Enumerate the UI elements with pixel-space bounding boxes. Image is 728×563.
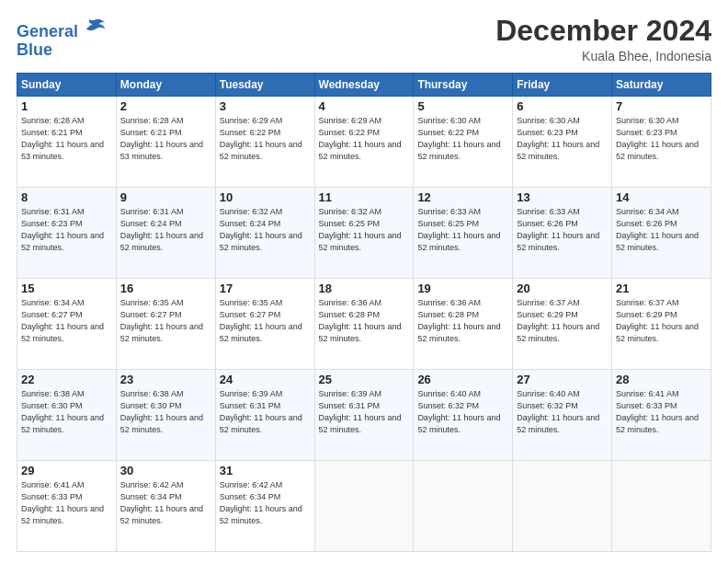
day-number: 25	[319, 373, 410, 386]
month-title: December 2024	[495, 15, 711, 47]
calendar-day-cell: 29 Sunrise: 6:41 AMSunset: 6:33 PMDaylig…	[17, 461, 117, 552]
day-info: Sunrise: 6:30 AMSunset: 6:22 PMDaylight:…	[417, 115, 508, 163]
day-info: Sunrise: 6:40 AMSunset: 6:32 PMDaylight:…	[517, 388, 608, 436]
calendar-day-cell	[513, 461, 612, 552]
page: General Blue December 2024 Kuala Bhee, I…	[0, 0, 728, 563]
calendar-day-cell: 30 Sunrise: 6:42 AMSunset: 6:34 PMDaylig…	[116, 461, 215, 552]
calendar-header-cell: Tuesday	[215, 74, 314, 97]
day-number: 13	[517, 190, 608, 204]
calendar-header-cell: Wednesday	[314, 74, 414, 97]
header: General Blue December 2024 Kuala Bhee, I…	[17, 15, 711, 63]
calendar-day-cell: 18 Sunrise: 6:36 AMSunset: 6:28 PMDaylig…	[314, 279, 414, 370]
calendar-day-cell: 21 Sunrise: 6:37 AMSunset: 6:29 PMDaylig…	[612, 279, 711, 370]
day-info: Sunrise: 6:35 AMSunset: 6:27 PMDaylight:…	[120, 297, 211, 345]
day-info: Sunrise: 6:34 AMSunset: 6:27 PMDaylight:…	[21, 297, 112, 345]
day-info: Sunrise: 6:28 AMSunset: 6:21 PMDaylight:…	[120, 115, 211, 163]
calendar-day-cell: 28 Sunrise: 6:41 AMSunset: 6:33 PMDaylig…	[612, 370, 711, 461]
day-info: Sunrise: 6:28 AMSunset: 6:21 PMDaylight:…	[21, 115, 112, 163]
day-number: 19	[417, 282, 508, 295]
day-number: 30	[120, 464, 211, 477]
calendar-day-cell: 16 Sunrise: 6:35 AMSunset: 6:27 PMDaylig…	[116, 279, 215, 370]
calendar-table: SundayMondayTuesdayWednesdayThursdayFrid…	[17, 73, 711, 552]
day-number: 21	[616, 282, 707, 295]
logo-blue: Blue	[17, 41, 107, 58]
day-number: 4	[319, 99, 410, 113]
day-number: 10	[220, 190, 311, 204]
calendar-day-cell: 6 Sunrise: 6:30 AMSunset: 6:23 PMDayligh…	[513, 97, 612, 188]
calendar-day-cell: 8 Sunrise: 6:31 AMSunset: 6:23 PMDayligh…	[17, 188, 117, 279]
calendar-day-cell: 11 Sunrise: 6:32 AMSunset: 6:25 PMDaylig…	[314, 188, 414, 279]
day-info: Sunrise: 6:29 AMSunset: 6:22 PMDaylight:…	[220, 115, 311, 163]
calendar-day-cell: 10 Sunrise: 6:32 AMSunset: 6:24 PMDaylig…	[215, 188, 314, 279]
calendar-week-row: 22 Sunrise: 6:38 AMSunset: 6:30 PMDaylig…	[17, 370, 711, 461]
calendar-week-row: 8 Sunrise: 6:31 AMSunset: 6:23 PMDayligh…	[17, 188, 711, 279]
calendar-day-cell	[612, 461, 711, 552]
day-number: 22	[21, 373, 112, 386]
day-number: 24	[220, 373, 311, 386]
day-info: Sunrise: 6:35 AMSunset: 6:27 PMDaylight:…	[220, 297, 311, 345]
calendar-week-row: 1 Sunrise: 6:28 AMSunset: 6:21 PMDayligh…	[17, 97, 711, 188]
logo-icon	[85, 15, 107, 37]
calendar-day-cell: 26 Sunrise: 6:40 AMSunset: 6:32 PMDaylig…	[414, 370, 513, 461]
day-number: 18	[319, 282, 410, 295]
day-info: Sunrise: 6:29 AMSunset: 6:22 PMDaylight:…	[319, 115, 410, 163]
day-info: Sunrise: 6:40 AMSunset: 6:32 PMDaylight:…	[417, 388, 508, 436]
calendar-day-cell: 9 Sunrise: 6:31 AMSunset: 6:24 PMDayligh…	[116, 188, 215, 279]
calendar-header-cell: Monday	[116, 74, 215, 97]
day-info: Sunrise: 6:41 AMSunset: 6:33 PMDaylight:…	[616, 388, 707, 436]
day-info: Sunrise: 6:36 AMSunset: 6:28 PMDaylight:…	[319, 297, 410, 345]
calendar-day-cell: 27 Sunrise: 6:40 AMSunset: 6:32 PMDaylig…	[513, 370, 612, 461]
day-number: 17	[220, 282, 311, 295]
logo-text: General	[17, 15, 107, 41]
day-info: Sunrise: 6:38 AMSunset: 6:30 PMDaylight:…	[120, 388, 211, 436]
calendar-week-row: 15 Sunrise: 6:34 AMSunset: 6:27 PMDaylig…	[17, 279, 711, 370]
day-info: Sunrise: 6:41 AMSunset: 6:33 PMDaylight:…	[21, 479, 112, 527]
day-info: Sunrise: 6:42 AMSunset: 6:34 PMDaylight:…	[120, 479, 211, 527]
calendar-day-cell: 2 Sunrise: 6:28 AMSunset: 6:21 PMDayligh…	[116, 97, 215, 188]
day-number: 27	[517, 373, 608, 386]
calendar-day-cell: 1 Sunrise: 6:28 AMSunset: 6:21 PMDayligh…	[17, 97, 117, 188]
day-number: 23	[120, 373, 211, 386]
day-info: Sunrise: 6:39 AMSunset: 6:31 PMDaylight:…	[220, 388, 311, 436]
day-number: 14	[616, 190, 707, 204]
day-info: Sunrise: 6:36 AMSunset: 6:28 PMDaylight:…	[417, 297, 508, 345]
day-number: 8	[21, 190, 112, 204]
day-number: 29	[21, 464, 112, 477]
day-number: 2	[120, 99, 211, 113]
day-info: Sunrise: 6:30 AMSunset: 6:23 PMDaylight:…	[616, 115, 707, 163]
day-number: 12	[417, 190, 508, 204]
calendar-body: 1 Sunrise: 6:28 AMSunset: 6:21 PMDayligh…	[17, 97, 711, 552]
title-area: December 2024 Kuala Bhee, Indonesia	[495, 15, 711, 63]
day-number: 16	[120, 282, 211, 295]
day-number: 20	[517, 282, 608, 295]
day-info: Sunrise: 6:31 AMSunset: 6:23 PMDaylight:…	[21, 206, 112, 254]
day-info: Sunrise: 6:42 AMSunset: 6:34 PMDaylight:…	[220, 479, 311, 527]
day-info: Sunrise: 6:32 AMSunset: 6:24 PMDaylight:…	[220, 206, 311, 254]
day-info: Sunrise: 6:30 AMSunset: 6:23 PMDaylight:…	[517, 115, 608, 163]
day-number: 11	[319, 190, 410, 204]
day-number: 31	[220, 464, 311, 477]
calendar-day-cell: 7 Sunrise: 6:30 AMSunset: 6:23 PMDayligh…	[612, 97, 711, 188]
calendar-day-cell: 15 Sunrise: 6:34 AMSunset: 6:27 PMDaylig…	[17, 279, 117, 370]
calendar-header-cell: Friday	[513, 74, 612, 97]
calendar-day-cell: 22 Sunrise: 6:38 AMSunset: 6:30 PMDaylig…	[17, 370, 117, 461]
calendar-day-cell	[314, 461, 414, 552]
calendar-day-cell: 5 Sunrise: 6:30 AMSunset: 6:22 PMDayligh…	[414, 97, 513, 188]
day-number: 5	[417, 99, 508, 113]
day-info: Sunrise: 6:34 AMSunset: 6:26 PMDaylight:…	[616, 206, 707, 254]
calendar-day-cell: 24 Sunrise: 6:39 AMSunset: 6:31 PMDaylig…	[215, 370, 314, 461]
day-number: 28	[616, 373, 707, 386]
calendar-day-cell: 14 Sunrise: 6:34 AMSunset: 6:26 PMDaylig…	[612, 188, 711, 279]
day-info: Sunrise: 6:33 AMSunset: 6:26 PMDaylight:…	[517, 206, 608, 254]
calendar-header-cell: Thursday	[414, 74, 513, 97]
day-number: 9	[120, 190, 211, 204]
day-info: Sunrise: 6:33 AMSunset: 6:25 PMDaylight:…	[417, 206, 508, 254]
day-number: 7	[616, 99, 707, 113]
day-number: 26	[417, 373, 508, 386]
day-info: Sunrise: 6:37 AMSunset: 6:29 PMDaylight:…	[616, 297, 707, 345]
calendar-day-cell	[414, 461, 513, 552]
calendar-header-cell: Saturday	[612, 74, 711, 97]
day-number: 3	[220, 99, 311, 113]
calendar-day-cell: 23 Sunrise: 6:38 AMSunset: 6:30 PMDaylig…	[116, 370, 215, 461]
calendar-day-cell: 12 Sunrise: 6:33 AMSunset: 6:25 PMDaylig…	[414, 188, 513, 279]
